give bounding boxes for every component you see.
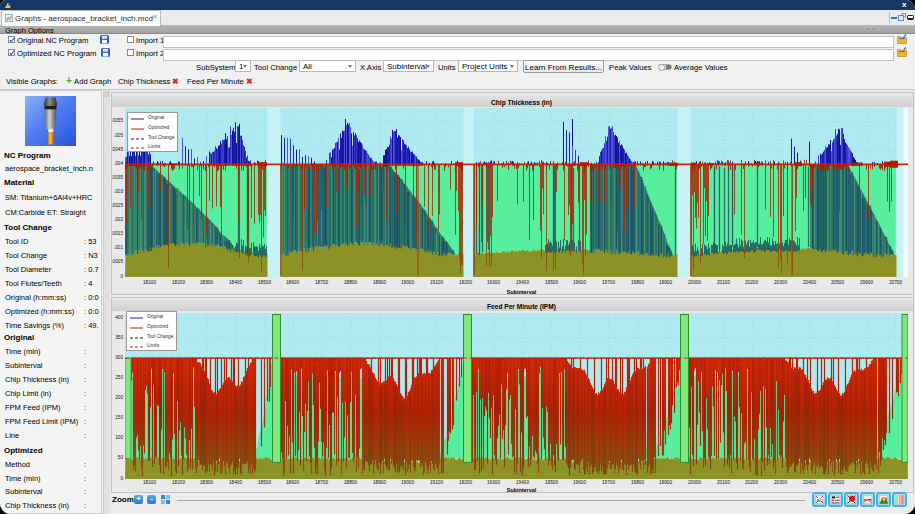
svg-text:NC: NC (817, 498, 823, 503)
